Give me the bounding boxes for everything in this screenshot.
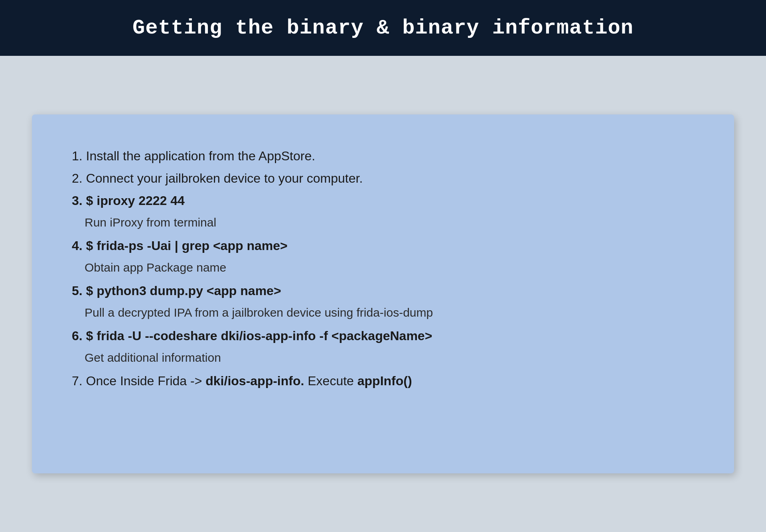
step-6-prefix: 6.: [72, 329, 86, 343]
step-3-command: 3. $ iproxy 2222 44: [72, 191, 694, 210]
step-4-command: 4. $ frida-ps -Uai | grep <app name>: [72, 236, 694, 255]
steps-list: 1. Install the application from the AppS…: [72, 146, 694, 390]
step-4-prefix: 4.: [72, 238, 86, 253]
step-1-text: 1. Install the application from the AppS…: [72, 149, 315, 163]
step-7-bold2: appInfo(): [357, 374, 412, 388]
page-header: Getting the binary & binary information: [0, 0, 766, 56]
step-1: 1. Install the application from the AppS…: [72, 146, 694, 166]
step-5-command: 5. $ python3 dump.py <app name>: [72, 281, 694, 300]
step-6-command: 6. $ frida -U --codeshare dki/ios-app-in…: [72, 326, 694, 345]
step-5-description: Pull a decrypted IPA from a jailbroken d…: [72, 303, 694, 321]
page-title: Getting the binary & binary information: [132, 16, 634, 40]
step-5-prefix: 5.: [72, 284, 86, 298]
step-6-bold: $ frida -U --codeshare dki/ios-app-info …: [86, 329, 432, 343]
content-card: 1. Install the application from the AppS…: [32, 114, 734, 473]
step-3-bold: $ iproxy 2222 44: [86, 193, 185, 208]
step-6-description: Get additional information: [72, 349, 694, 366]
step-3-description: Run iProxy from terminal: [72, 213, 694, 231]
step-5-bold: $ python3 dump.py <app name>: [86, 284, 281, 298]
step-7-bold1: dki/ios-app-info.: [205, 374, 304, 388]
main-content: 1. Install the application from the AppS…: [0, 56, 766, 532]
step-7-part2: Execute: [304, 374, 357, 388]
step-7: 7. Once Inside Frida -> dki/ios-app-info…: [72, 371, 694, 390]
step-7-prefix: 7. Once Inside Frida ->: [72, 374, 205, 388]
step-2: 2. Connect your jailbroken device to you…: [72, 169, 694, 188]
step-2-text: 2. Connect your jailbroken device to you…: [72, 171, 363, 185]
step-4-bold: $ frida-ps -Uai | grep <app name>: [86, 238, 288, 253]
step-3-prefix: 3.: [72, 193, 86, 208]
step-4-description: Obtain app Package name: [72, 258, 694, 276]
